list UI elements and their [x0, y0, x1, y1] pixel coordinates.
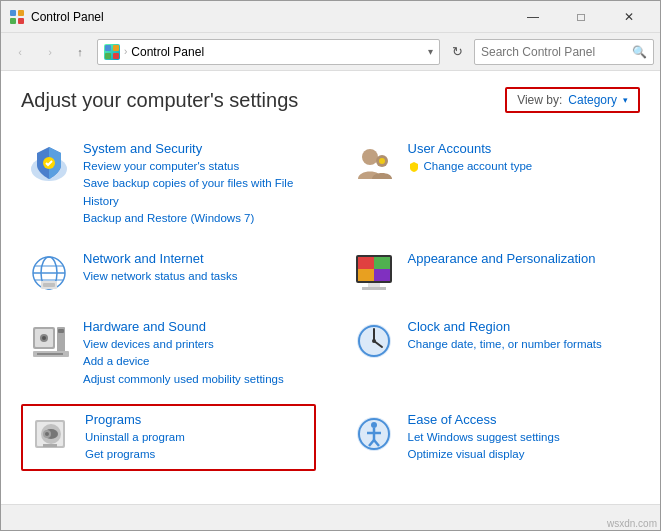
view-by-label: View by:: [517, 93, 562, 107]
app-icon: [9, 9, 25, 25]
item-network: Network and Internet View network status…: [21, 243, 316, 303]
svg-rect-0: [10, 10, 16, 16]
clock-sub1[interactable]: Change date, time, or number formats: [408, 336, 602, 353]
svg-rect-4: [105, 45, 111, 51]
hardware-text: Hardware and Sound View devices and prin…: [83, 319, 284, 388]
item-ease-access: Ease of Access Let Windows suggest setti…: [346, 404, 641, 472]
breadcrumb-separator: ›: [124, 46, 127, 57]
search-icon[interactable]: 🔍: [632, 45, 647, 59]
minimize-button[interactable]: —: [510, 1, 556, 33]
user-accounts-icon: [352, 141, 396, 185]
svg-point-46: [45, 432, 49, 436]
item-user-accounts: User Accounts Change account type: [346, 133, 641, 235]
close-button[interactable]: ✕: [606, 1, 652, 33]
svg-rect-33: [58, 329, 64, 333]
user-accounts-title[interactable]: User Accounts: [408, 141, 533, 156]
svg-rect-3: [18, 18, 24, 24]
page-header: Adjust your computer's settings View by:…: [21, 87, 640, 113]
view-by-control: View by: Category ▾: [505, 87, 640, 113]
item-clock: Clock and Region Change date, time, or n…: [346, 311, 641, 396]
up-button[interactable]: ↑: [67, 39, 93, 65]
svg-rect-24: [358, 269, 374, 281]
system-security-sub2[interactable]: Save backup copies of your files with Fi…: [83, 175, 310, 210]
hardware-sub3[interactable]: Adjust commonly used mobility settings: [83, 371, 284, 388]
item-programs: Programs Uninstall a program Get program…: [21, 404, 316, 472]
view-by-arrow[interactable]: ▾: [623, 95, 628, 105]
address-dropdown-arrow[interactable]: ▾: [428, 46, 433, 57]
svg-rect-25: [374, 269, 390, 281]
svg-point-12: [379, 158, 385, 164]
view-by-value[interactable]: Category: [568, 93, 617, 107]
main-content: Adjust your computer's settings View by:…: [1, 71, 660, 504]
network-icon: [27, 251, 71, 295]
svg-rect-2: [10, 18, 16, 24]
hardware-title[interactable]: Hardware and Sound: [83, 319, 284, 334]
item-appearance: Appearance and Personalization: [346, 243, 641, 303]
svg-rect-7: [113, 53, 119, 59]
svg-point-50: [371, 422, 377, 428]
maximize-button[interactable]: □: [558, 1, 604, 33]
user-accounts-text: User Accounts Change account type: [408, 141, 533, 175]
system-security-sub3[interactable]: Backup and Restore (Windows 7): [83, 210, 310, 227]
system-security-title[interactable]: System and Security: [83, 141, 310, 156]
clock-text: Clock and Region Change date, time, or n…: [408, 319, 602, 353]
svg-rect-22: [358, 257, 374, 269]
item-hardware: Hardware and Sound View devices and prin…: [21, 311, 316, 396]
clock-title[interactable]: Clock and Region: [408, 319, 602, 334]
programs-title[interactable]: Programs: [85, 412, 185, 427]
appearance-text: Appearance and Personalization: [408, 251, 596, 268]
forward-button[interactable]: ›: [37, 39, 63, 65]
svg-rect-1: [18, 10, 24, 16]
ease-access-icon: [352, 412, 396, 456]
nav-bar: ‹ › ↑ › Control Panel ▾ ↻ 🔍: [1, 33, 660, 71]
system-security-sub1[interactable]: Review your computer's status: [83, 158, 310, 175]
user-accounts-sub1[interactable]: Change account type: [424, 158, 533, 175]
item-system-security: System and Security Review your computer…: [21, 133, 316, 235]
programs-icon: [29, 412, 73, 456]
system-security-text: System and Security Review your computer…: [83, 141, 310, 227]
programs-text: Programs Uninstall a program Get program…: [85, 412, 185, 464]
shield-small-icon: [408, 161, 420, 173]
appearance-title[interactable]: Appearance and Personalization: [408, 251, 596, 266]
address-text: Control Panel: [131, 45, 424, 59]
ease-access-sub2[interactable]: Optimize visual display: [408, 446, 560, 463]
appearance-icon: [352, 251, 396, 295]
svg-point-31: [42, 336, 46, 340]
programs-sub1[interactable]: Uninstall a program: [85, 429, 185, 446]
svg-rect-5: [113, 45, 119, 51]
svg-rect-27: [362, 287, 386, 290]
search-bar: 🔍: [474, 39, 654, 65]
ease-access-sub1[interactable]: Let Windows suggest settings: [408, 429, 560, 446]
window-title: Control Panel: [31, 10, 510, 24]
svg-rect-47: [43, 444, 57, 447]
items-grid: System and Security Review your computer…: [21, 133, 640, 471]
search-input[interactable]: [481, 45, 632, 59]
system-security-icon: [27, 141, 71, 185]
refresh-button[interactable]: ↻: [444, 39, 470, 65]
hardware-icon: [27, 319, 71, 363]
window-controls: — □ ✕: [510, 1, 652, 33]
svg-point-10: [362, 149, 378, 165]
address-icon: [104, 44, 120, 60]
svg-point-40: [372, 339, 376, 343]
clock-icon: [352, 319, 396, 363]
network-text: Network and Internet View network status…: [83, 251, 237, 285]
network-title[interactable]: Network and Internet: [83, 251, 237, 266]
ease-access-text: Ease of Access Let Windows suggest setti…: [408, 412, 560, 464]
svg-rect-6: [105, 53, 111, 59]
address-bar[interactable]: › Control Panel ▾: [97, 39, 440, 65]
page-title: Adjust your computer's settings: [21, 89, 298, 112]
svg-rect-23: [374, 257, 390, 269]
hardware-sub1[interactable]: View devices and printers: [83, 336, 284, 353]
network-sub1[interactable]: View network status and tasks: [83, 268, 237, 285]
status-bar: [1, 504, 660, 531]
back-button[interactable]: ‹: [7, 39, 33, 65]
title-bar: Control Panel — □ ✕: [1, 1, 660, 33]
svg-rect-19: [43, 283, 55, 287]
ease-access-title[interactable]: Ease of Access: [408, 412, 560, 427]
watermark: wsxdn.com: [607, 518, 657, 529]
programs-sub2[interactable]: Get programs: [85, 446, 185, 463]
svg-rect-26: [368, 283, 380, 287]
hardware-sub2[interactable]: Add a device: [83, 353, 284, 370]
